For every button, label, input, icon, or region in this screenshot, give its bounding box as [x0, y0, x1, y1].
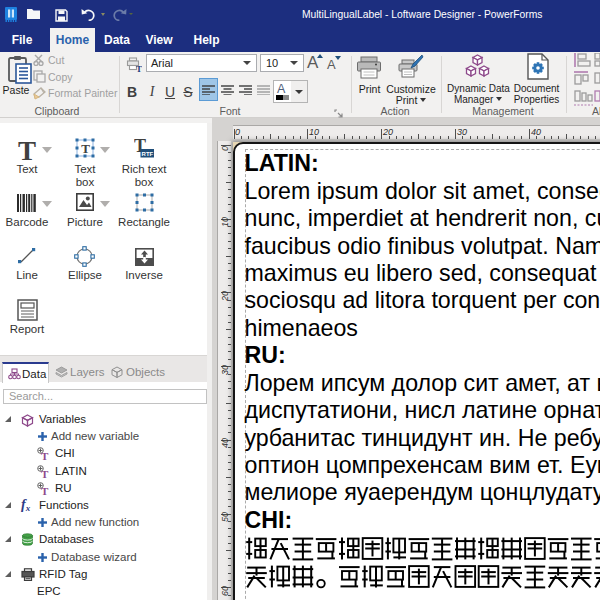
svg-text:T: T — [41, 485, 49, 496]
svg-text:T: T — [136, 64, 142, 72]
svg-text:RTF: RTF — [142, 151, 154, 157]
svg-text:T: T — [41, 468, 49, 479]
svg-text:T: T — [81, 141, 90, 156]
svg-text:T: T — [41, 450, 49, 461]
